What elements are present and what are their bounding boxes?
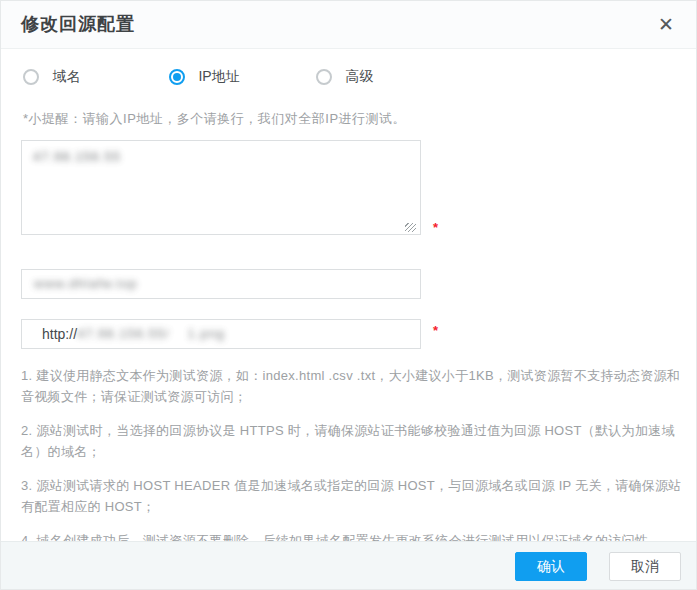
required-marker: *: [433, 323, 438, 338]
note-1: 1. 建议使用静态文本作为测试资源，如：index.html .csv .txt…: [21, 365, 683, 407]
radio-origin-ip[interactable]: IP地址: [169, 67, 240, 85]
close-icon[interactable]: ✕: [654, 13, 678, 37]
notes-section: 1. 建议使用静态文本作为测试资源，如：index.html .csv .txt…: [21, 365, 683, 564]
dialog-title: 修改回源配置: [21, 1, 135, 48]
origin-host-input[interactable]: www.dhlafw.top: [21, 269, 421, 299]
radio-label: 域名: [52, 68, 80, 86]
radio-label: IP地址: [198, 68, 239, 86]
radio-circle-icon: [23, 69, 39, 85]
modify-origin-config-dialog: 修改回源配置 ✕ 域名 IP地址 高级 *小提醒：请输入IP地址，多个请换行，我…: [0, 0, 697, 590]
dialog-footer: 确认 取消: [1, 541, 696, 589]
redacted-host-value: www.dhlafw.top: [34, 270, 138, 298]
radio-label: 高级: [345, 68, 373, 86]
radio-circle-icon: [169, 69, 185, 85]
ip-list-textarea[interactable]: [21, 140, 421, 235]
radio-origin-advanced[interactable]: 高级: [316, 67, 373, 85]
required-marker: *: [433, 220, 438, 235]
ip-input-hint: *小提醒：请输入IP地址，多个请换行，我们对全部IP进行测试。: [23, 110, 406, 128]
url-protocol-prefix: http://: [42, 326, 77, 342]
cancel-button[interactable]: 取消: [609, 552, 681, 581]
redacted-url-path: 1.png: [188, 320, 226, 348]
note-2: 2. 源站测试时，当选择的回源协议是 HTTPS 时，请确保源站证书能够校验通过…: [21, 420, 683, 462]
dialog-header: 修改回源配置 ✕: [1, 1, 696, 49]
note-3: 3. 源站测试请求的 HOST HEADER 值是加速域名或指定的回源 HOST…: [21, 475, 683, 517]
radio-circle-icon: [316, 69, 332, 85]
confirm-button[interactable]: 确认: [515, 552, 587, 581]
radio-origin-domain[interactable]: 域名: [23, 67, 80, 85]
test-url-input[interactable]: http://47.98.156.55/1.png: [21, 319, 421, 349]
redacted-url-origin: 47.98.156.55/: [77, 320, 170, 348]
